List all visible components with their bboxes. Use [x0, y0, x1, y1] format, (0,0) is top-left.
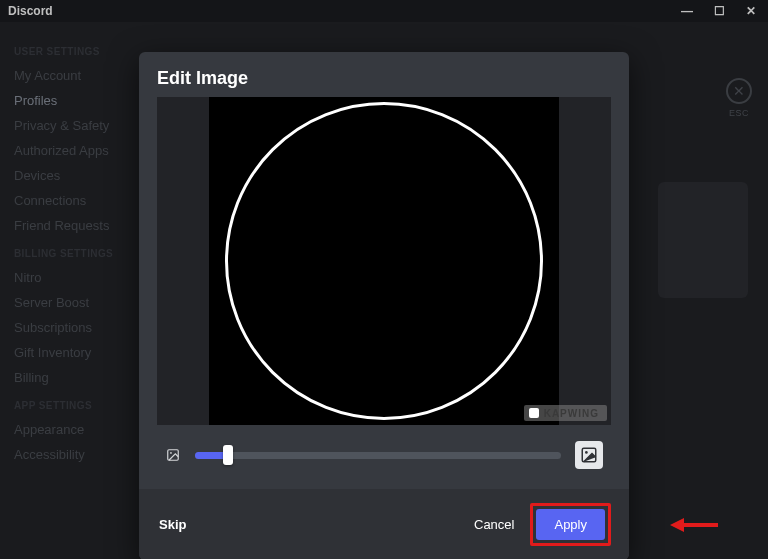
modal-footer: Skip Cancel Apply — [139, 489, 629, 559]
crop-image-canvas — [209, 97, 559, 425]
zoom-slider-thumb[interactable] — [223, 445, 233, 465]
window-controls: — ☐ ✕ — [678, 4, 760, 18]
apply-button[interactable]: Apply — [536, 509, 605, 540]
modal-title: Edit Image — [139, 52, 629, 97]
titlebar: Discord — ☐ ✕ — [0, 0, 768, 22]
app-name: Discord — [8, 4, 53, 18]
svg-point-1 — [170, 452, 172, 454]
watermark: KAPWING — [524, 405, 607, 421]
zoom-slider-row — [139, 425, 629, 489]
image-small-icon — [165, 447, 181, 463]
image-large-icon — [575, 441, 603, 469]
edit-image-modal: Edit Image KAPWING — [139, 52, 629, 559]
maximize-button[interactable]: ☐ — [710, 4, 728, 18]
discord-window: Discord — ☐ ✕ USER SETTINGS My Account P… — [0, 0, 768, 559]
image-crop-area[interactable]: KAPWING — [157, 97, 611, 425]
close-button[interactable]: ✕ — [742, 4, 760, 18]
modal-overlay: Edit Image KAPWING — [0, 44, 768, 559]
minimize-button[interactable]: — — [678, 4, 696, 18]
skip-button[interactable]: Skip — [159, 517, 186, 532]
zoom-slider[interactable] — [195, 452, 561, 459]
apply-highlight: Apply — [530, 503, 611, 546]
cancel-button[interactable]: Cancel — [474, 517, 514, 532]
svg-point-3 — [585, 451, 588, 454]
